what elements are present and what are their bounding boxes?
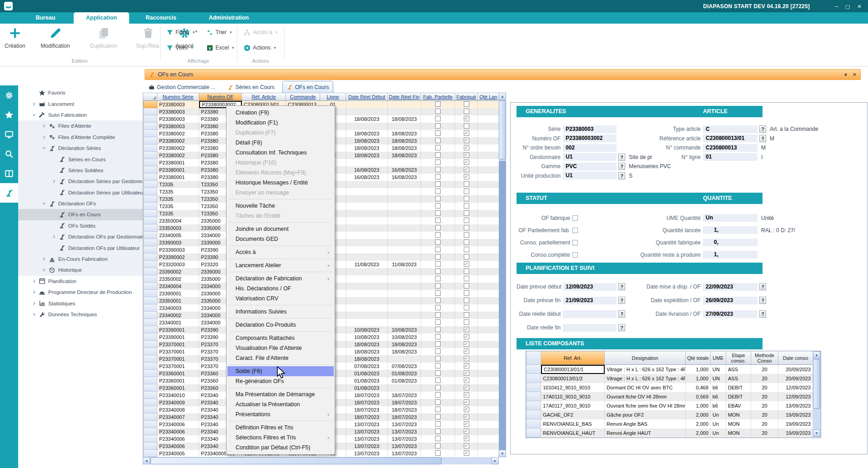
column-header-5[interactable]: Ligne <box>320 93 346 101</box>
field-value[interactable]: U1 <box>563 172 617 179</box>
checkbox-fabrique[interactable] <box>464 189 469 194</box>
checkbox-fab-partielle[interactable] <box>435 290 441 296</box>
cell-fabrique[interactable]: ✓ <box>455 428 478 435</box>
composants-cell-4[interactable]: UN <box>711 374 726 383</box>
cell-date-debut[interactable]: 18/08/2023 <box>346 152 388 159</box>
ribbon-button-sup./réa.[interactable]: Sup./Réa. <box>136 25 160 49</box>
cell-fabrique[interactable]: ✓ <box>455 137 478 144</box>
menu-item-lancement-atelier[interactable]: Lancement Atelier› <box>227 260 334 270</box>
checkbox-fabrique[interactable]: ✓ <box>464 116 469 121</box>
help-button[interactable]: ? <box>618 324 625 331</box>
cell-fab-partielle[interactable] <box>421 130 455 137</box>
cell-date-fin[interactable] <box>388 195 421 203</box>
cell-date-fin[interactable] <box>388 290 421 297</box>
cell-date-fin[interactable]: 13/07/2023 <box>388 450 421 457</box>
cell-qte-lancee[interactable] <box>478 450 499 457</box>
checkbox-fab-partielle[interactable] <box>435 392 441 398</box>
composants-cell-4[interactable]: b6 <box>711 401 726 410</box>
sidebar-item-s-ries-en-cours[interactable]: Séries en Cours <box>18 154 143 164</box>
cell-fabrique[interactable]: ✓ <box>455 413 478 421</box>
cell-date-debut[interactable] <box>346 297 388 304</box>
cell-qte-lancee[interactable] <box>478 123 499 130</box>
cell-date-fin[interactable] <box>388 108 421 115</box>
cell-qte-lancee[interactable] <box>478 348 499 355</box>
composants-row[interactable]: 17A0110_9010_9010Ouvrant fiche OV HI 28m… <box>526 392 821 401</box>
cell-date-fin[interactable] <box>388 101 421 108</box>
composants-cell-5[interactable]: ASS <box>726 374 751 383</box>
composants-cell-7[interactable]: 20/09/2023 <box>778 374 813 383</box>
cell-date-fin[interactable]: 18/07/2023 <box>388 399 421 406</box>
cell-fab-partielle[interactable] <box>421 413 455 421</box>
checkbox-fabrique[interactable] <box>464 276 469 281</box>
cell-qte-lancee[interactable] <box>478 101 499 108</box>
field-value[interactable]: 002 <box>563 144 617 152</box>
cell-numero-serie[interactable]: P23320003 <box>157 261 199 268</box>
row-selector[interactable] <box>143 217 157 224</box>
tab-ofs-en-cours[interactable]: OFs en Cours <box>282 81 334 93</box>
field-value[interactable]: P23380003002 <box>563 134 617 142</box>
composants-cell-2[interactable]: Renvoi Angle BAS <box>605 419 686 428</box>
composants-cell-1[interactable]: 1010412_9010_9010 <box>541 383 605 392</box>
cell-date-debut[interactable]: 18/08/2023 <box>346 341 388 348</box>
composants-cell-1[interactable]: C230800013/01/1 <box>541 365 605 374</box>
cell-fabrique[interactable]: ✓ <box>455 363 478 370</box>
checkbox-fabrique[interactable] <box>464 254 469 259</box>
sidebar-item-en-cours-fabrication[interactable]: En-Cours Fabrication <box>18 254 143 264</box>
cell-fabrique[interactable] <box>455 108 478 115</box>
field-value[interactable]: 27/09/2023 <box>703 310 758 318</box>
composants-column-4[interactable]: UME <box>711 351 726 365</box>
sidebar-item-d-claration-s-ries-par-utilisateur[interactable]: Déclaration Séries par Utilisateur <box>18 187 143 198</box>
composants-cell-7[interactable]: 12/09/2023 <box>778 383 813 392</box>
checkbox-fab-partielle[interactable] <box>435 298 441 303</box>
checkbox-fabrique[interactable] <box>464 203 469 209</box>
help-button[interactable]: ? <box>618 154 625 161</box>
checkbox-fabrique[interactable] <box>464 210 469 216</box>
cell-qte-lancee[interactable] <box>478 326 499 334</box>
checkbox-fabrique[interactable]: ✓ <box>464 414 469 419</box>
cell-date-debut[interactable] <box>346 268 388 275</box>
composants-row[interactable]: GACHE_OF2Gâche pour OF22,000UnMON2019/09… <box>526 410 821 419</box>
checkbox-fab-partielle[interactable] <box>435 130 441 136</box>
cell-numero-serie[interactable]: 23350004 <box>157 217 199 224</box>
composants-cell-1[interactable]: GACHE_OF2 <box>541 410 605 419</box>
cell-fabrique[interactable] <box>455 254 478 261</box>
cell-fab-partielle[interactable] <box>421 312 455 319</box>
checkbox-fab-partielle[interactable] <box>435 414 441 419</box>
help-button[interactable]: ? <box>759 135 766 142</box>
checkbox-fabrique[interactable]: ✓ <box>464 334 469 339</box>
composants-cell-2[interactable]: Ouvrant fiche semi fixe OV HI 28mm <box>605 401 686 410</box>
minimize-icon[interactable]: ─ <box>832 3 842 10</box>
cell-fab-partielle[interactable] <box>421 363 455 370</box>
cell-date-fin[interactable] <box>388 355 421 363</box>
cell-fabrique[interactable] <box>455 224 478 232</box>
menu-item-actualiser-la-pr-sentation[interactable]: Actualiser la Présentation <box>227 399 334 409</box>
help-button[interactable]: ? <box>759 310 766 318</box>
cell-fab-partielle[interactable] <box>421 181 455 188</box>
cell-date-debut[interactable]: 07/08/2023 <box>346 363 388 370</box>
row-selector[interactable] <box>143 101 157 108</box>
row-selector[interactable] <box>143 290 157 297</box>
sidebar-item-ofs-en-cours[interactable]: OFs en Cours <box>18 209 143 220</box>
checkbox-fab-partielle[interactable] <box>435 334 441 339</box>
row-selector[interactable] <box>143 123 157 130</box>
cell-date-fin[interactable]: 13/07/2023 <box>388 428 421 435</box>
checkbox-fab-partielle[interactable] <box>435 167 441 172</box>
ribbon-button-trier[interactable]: Trier▾ <box>206 27 232 37</box>
checkbox-fabrique[interactable] <box>464 247 469 252</box>
cell-fab-partielle[interactable] <box>421 304 455 312</box>
cell-date-debut[interactable]: 01/08/2023 <box>346 377 388 384</box>
checkbox-fab-partielle[interactable] <box>435 341 441 347</box>
cell-fabrique[interactable]: ✓ <box>455 392 478 399</box>
sidebar-item-files-d-attente-compl-te[interactable]: Files d'Attente Complète <box>18 132 143 143</box>
composants-column-1[interactable]: Ref. Art. <box>541 351 605 365</box>
row-selector[interactable] <box>143 130 157 137</box>
cell-fabrique[interactable] <box>455 283 478 290</box>
row-selector[interactable] <box>143 297 157 304</box>
menu-tab-raccourcis[interactable]: Raccourcis <box>129 12 193 24</box>
cell-qte-lancee[interactable] <box>478 283 499 290</box>
cell-date-debut[interactable]: 10/08/2023 <box>346 326 388 334</box>
checkbox-fab-partielle[interactable] <box>435 312 441 318</box>
cell-numero-serie[interactable]: 23340002 <box>157 312 199 319</box>
cell-qte-lancee[interactable] <box>478 443 499 450</box>
cell-date-fin[interactable] <box>388 312 421 319</box>
